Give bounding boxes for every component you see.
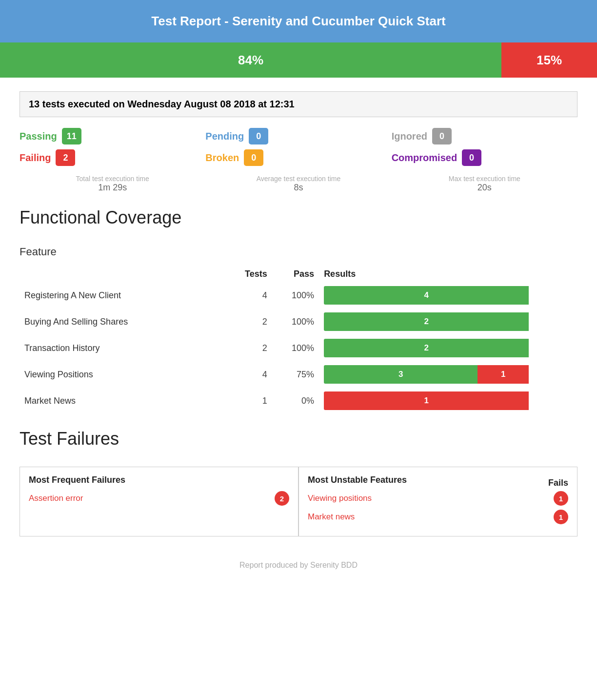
feature-pass: 0% xyxy=(272,388,319,414)
feature-pass: 100% xyxy=(272,309,319,335)
page-header: Test Report - Serenity and Cucumber Quic… xyxy=(0,0,597,42)
frequent-failures-list: Assertion error 2 xyxy=(29,491,289,506)
feature-pass: 100% xyxy=(272,282,319,309)
broken-badge: 0 xyxy=(244,149,263,166)
table-row: Registering A New Client 4 100% 4 xyxy=(20,282,577,309)
feature-table: Tests Pass Results Registering A New Cli… xyxy=(20,266,577,414)
footer: Report produced by Serenity BDD xyxy=(20,551,577,579)
execution-times: Total test execution time 1m 29s Average… xyxy=(20,175,577,193)
table-row: Market News 1 0% 1 xyxy=(20,388,577,414)
unstable-feature-link[interactable]: Viewing positions xyxy=(308,494,372,503)
passing-stat: Passing 11 xyxy=(20,128,205,144)
frequent-failure-item: Assertion error 2 xyxy=(29,491,289,506)
failing-label: Failing xyxy=(20,152,51,164)
most-unstable-title: Most Unstable Features xyxy=(308,475,407,485)
feature-pass: 75% xyxy=(272,361,319,388)
passing-badge: 11 xyxy=(62,128,81,144)
failures-section: Test Failures Most Frequent Failures Ass… xyxy=(20,429,577,536)
test-failures-title: Test Failures xyxy=(20,429,577,449)
feature-results: 31 xyxy=(319,361,577,388)
passing-label: Passing xyxy=(20,131,57,142)
bar-red: 1 xyxy=(324,391,529,410)
summary-text: 13 tests executed on Wednesday August 08… xyxy=(29,99,295,109)
feature-tests: 4 xyxy=(225,361,272,388)
stats-grid: Passing 11 Pending 0 Ignored 0 Failing 2… xyxy=(20,128,577,166)
feature-results: 1 xyxy=(319,388,577,414)
feature-name: Market News xyxy=(20,388,225,414)
bar-green: 2 xyxy=(324,339,529,357)
feature-tests: 2 xyxy=(225,309,272,335)
progress-pass-bar: 84% xyxy=(0,42,501,78)
table-row: Buying And Selling Shares 2 100% 2 xyxy=(20,309,577,335)
feature-subtitle: Feature xyxy=(20,246,577,258)
ignored-label: Ignored xyxy=(392,131,427,142)
broken-stat: Broken 0 xyxy=(205,149,391,166)
max-time: Max test execution time 20s xyxy=(392,175,577,193)
feature-name: Viewing Positions xyxy=(20,361,225,388)
feature-name: Buying And Selling Shares xyxy=(20,309,225,335)
feature-pass: 100% xyxy=(272,335,319,361)
unstable-count-badge: 1 xyxy=(554,510,568,524)
fail-percent: 15% xyxy=(537,53,562,68)
max-time-value: 20s xyxy=(392,183,577,193)
most-frequent-failures-box: Most Frequent Failures Assertion error 2 xyxy=(20,467,298,536)
bar-red: 1 xyxy=(478,365,529,384)
most-unstable-features-box: Most Unstable Features Fails Viewing pos… xyxy=(298,467,577,536)
unstable-feature-item: Viewing positions 1 xyxy=(308,491,568,506)
main-content: 13 tests executed on Wednesday August 08… xyxy=(0,78,597,593)
progress-fail-bar: 15% xyxy=(501,42,597,78)
results-col-header: Results xyxy=(319,266,577,282)
functional-coverage-title: Functional Coverage xyxy=(20,207,577,228)
bar-green: 3 xyxy=(324,365,478,384)
table-row: Transaction History 2 100% 2 xyxy=(20,335,577,361)
avg-time-label: Average test execution time xyxy=(205,175,391,183)
avg-time: Average test execution time 8s xyxy=(205,175,391,193)
progress-bar: 84% 15% xyxy=(0,42,597,78)
broken-label: Broken xyxy=(205,152,239,164)
summary-box: 13 tests executed on Wednesday August 08… xyxy=(20,91,577,117)
pending-badge: 0 xyxy=(249,128,268,144)
failures-grid: Most Frequent Failures Assertion error 2… xyxy=(20,467,577,536)
avg-time-value: 8s xyxy=(205,183,391,193)
compromised-stat: Compromised 0 xyxy=(392,149,577,166)
unstable-features-list: Viewing positions 1 Market news 1 xyxy=(308,491,568,524)
ignored-badge: 0 xyxy=(432,128,452,144)
feature-results: 4 xyxy=(319,282,577,309)
unstable-feature-item: Market news 1 xyxy=(308,510,568,524)
total-time-value: 1m 29s xyxy=(20,183,205,193)
fails-label: Fails xyxy=(548,478,568,488)
pass-col-header: Pass xyxy=(272,266,319,282)
pass-percent: 84% xyxy=(238,53,263,68)
ignored-stat: Ignored 0 xyxy=(392,128,577,144)
feature-tests: 4 xyxy=(225,282,272,309)
feature-name: Transaction History xyxy=(20,335,225,361)
total-time-label: Total test execution time xyxy=(20,175,205,183)
failing-badge: 2 xyxy=(56,149,75,166)
bar-green: 2 xyxy=(324,312,529,331)
feature-tests: 2 xyxy=(225,335,272,361)
header-title: Test Report - Serenity and Cucumber Quic… xyxy=(151,14,445,28)
failure-link[interactable]: Assertion error xyxy=(29,494,83,503)
failing-stat: Failing 2 xyxy=(20,149,205,166)
total-time: Total test execution time 1m 29s xyxy=(20,175,205,193)
max-time-label: Max test execution time xyxy=(392,175,577,183)
compromised-badge: 0 xyxy=(462,149,481,166)
pending-label: Pending xyxy=(205,131,244,142)
failure-count-badge: 2 xyxy=(275,491,289,506)
bar-green: 4 xyxy=(324,286,529,305)
feature-results: 2 xyxy=(319,309,577,335)
unstable-header-row: Most Unstable Features Fails xyxy=(308,475,568,491)
compromised-label: Compromised xyxy=(392,152,457,164)
pending-stat: Pending 0 xyxy=(205,128,391,144)
feature-results: 2 xyxy=(319,335,577,361)
table-row: Viewing Positions 4 75% 31 xyxy=(20,361,577,388)
footer-text: Report produced by Serenity BDD xyxy=(239,561,358,569)
tests-col-header: Tests xyxy=(225,266,272,282)
unstable-count-badge: 1 xyxy=(554,491,568,506)
feature-tests: 1 xyxy=(225,388,272,414)
most-frequent-title: Most Frequent Failures xyxy=(29,475,289,485)
unstable-feature-link[interactable]: Market news xyxy=(308,512,355,522)
feature-name: Registering A New Client xyxy=(20,282,225,309)
